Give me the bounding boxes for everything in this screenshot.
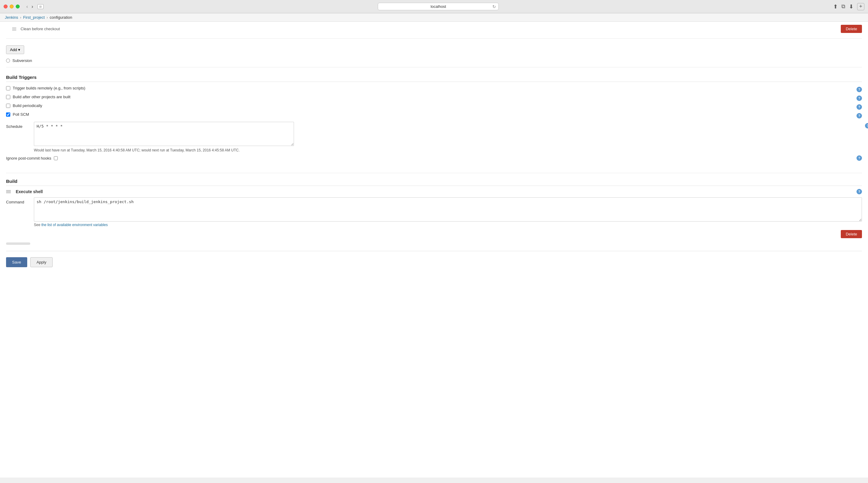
schedule-hint: Would last have run at Tuesday, March 15… — [34, 148, 862, 152]
subversion-radio[interactable] — [6, 59, 10, 63]
trigger-poll-label: Poll SCM — [13, 112, 29, 117]
command-textarea[interactable] — [34, 197, 862, 222]
trigger-row-periodic: Build periodically ? — [6, 102, 862, 111]
url-text: localhost — [431, 4, 446, 9]
help-icon-ignore[interactable]: ? — [857, 155, 862, 161]
breadcrumb-jenkins[interactable]: Jenkins — [5, 15, 18, 20]
divider-2 — [6, 67, 862, 67]
build-section: Build Execute shell ? Command See the li… — [6, 175, 862, 241]
help-icon-shell[interactable]: ? — [857, 189, 862, 194]
schedule-label: Schedule — [6, 122, 30, 129]
toolbar-right: ⬆ ⧉ ⬇ + — [833, 3, 864, 10]
main-content: Clean before checkout Delete Add ▾ Subve… — [0, 22, 868, 478]
build-triggers-title: Build Triggers — [6, 75, 862, 82]
nav-arrows: ‹ › — [25, 3, 34, 10]
close-button[interactable] — [4, 4, 7, 8]
trigger-poll-item: Poll SCM — [6, 112, 29, 117]
breadcrumb: Jenkins › First_project › configuration — [0, 13, 868, 22]
build-title: Build — [6, 179, 862, 186]
trigger-row-poll: Poll SCM ? — [6, 111, 862, 120]
tab-icon[interactable]: ⊟ — [37, 4, 43, 9]
save-button[interactable]: Save — [6, 257, 27, 267]
breadcrumb-current: configuration — [50, 15, 72, 20]
trigger-row-remote: Trigger builds remotely (e.g., from scri… — [6, 85, 862, 94]
trigger-periodic-label: Build periodically — [13, 103, 42, 108]
build-triggers-section: Build Triggers Trigger builds remotely (… — [6, 70, 862, 170]
schedule-row: Schedule ? — [6, 122, 862, 147]
breadcrumb-project[interactable]: First_project — [23, 15, 45, 20]
window-chrome: ‹ › ⊟ localhost ↻ ⬆ ⧉ ⬇ + — [0, 0, 868, 13]
schedule-textarea[interactable] — [34, 122, 294, 146]
trigger-remote-label: Trigger builds remotely (e.g., from scri… — [13, 86, 85, 90]
new-tab-button[interactable]: + — [857, 3, 864, 10]
divider-1 — [6, 38, 862, 39]
apply-button[interactable]: Apply — [30, 257, 53, 267]
breadcrumb-sep-2: › — [46, 15, 48, 20]
action-buttons: Save Apply — [6, 251, 862, 267]
trigger-periodic-checkbox[interactable] — [6, 104, 10, 108]
add-label: Add — [10, 47, 17, 52]
divider-3 — [6, 173, 862, 173]
env-hint-text: See — [34, 223, 41, 227]
trigger-after-label: Build after other projects are built — [13, 95, 70, 99]
trigger-remote-item: Trigger builds remotely (e.g., from scri… — [6, 86, 85, 90]
horizontal-scrollbar[interactable] — [6, 243, 30, 245]
add-dropdown-icon: ▾ — [18, 47, 20, 52]
drag-handle-shell[interactable] — [6, 190, 11, 193]
trigger-poll-checkbox[interactable] — [6, 112, 10, 117]
back-button[interactable]: ‹ — [25, 3, 29, 10]
traffic-lights — [4, 4, 20, 8]
trigger-row-after: Build after other projects are built ? — [6, 94, 862, 102]
bottom-delete-row: Delete — [6, 230, 862, 238]
minimize-button[interactable] — [10, 4, 13, 8]
command-row: Command — [6, 197, 862, 222]
subversion-label: Subversion — [12, 58, 32, 63]
address-bar-wrapper: localhost ↻ — [46, 3, 830, 10]
trigger-remote-checkbox[interactable] — [6, 86, 10, 90]
download-button[interactable]: ⬇ — [849, 3, 854, 10]
drag-handle-clean[interactable] — [12, 28, 16, 31]
maximize-button[interactable] — [16, 4, 20, 8]
subversion-row: Subversion — [6, 58, 862, 63]
reload-icon[interactable]: ↻ — [492, 4, 496, 9]
help-icon-remote[interactable]: ? — [857, 87, 862, 92]
command-label: Command — [6, 197, 30, 204]
help-icon-schedule[interactable]: ? — [865, 123, 868, 128]
address-bar[interactable]: localhost ↻ — [378, 3, 499, 10]
clean-before-label: Clean before checkout — [21, 27, 60, 31]
add-button[interactable]: Add ▾ — [6, 45, 24, 54]
help-icon-poll[interactable]: ? — [857, 113, 862, 119]
ignore-post-commit-row: Ignore post-commit hooks ? — [6, 155, 862, 161]
execute-shell-title: Execute shell — [16, 189, 43, 194]
share-button[interactable]: ⬆ — [833, 3, 838, 10]
execute-shell-header: Execute shell ? — [6, 189, 862, 194]
trigger-after-checkbox[interactable] — [6, 95, 10, 99]
forward-button[interactable]: › — [30, 3, 34, 10]
env-hint: See the list of available environment va… — [34, 223, 862, 227]
ignore-post-commit-checkbox[interactable] — [54, 156, 58, 160]
top-section: Clean before checkout Delete — [6, 22, 862, 36]
trigger-after-item: Build after other projects are built — [6, 95, 70, 99]
help-icon-after[interactable]: ? — [857, 96, 862, 101]
help-icon-periodic[interactable]: ? — [857, 104, 862, 110]
clean-before-checkout: Clean before checkout — [6, 24, 60, 34]
env-vars-link[interactable]: the list of available environment variab… — [41, 223, 108, 227]
breadcrumb-sep-1: › — [20, 15, 21, 20]
add-row: Add ▾ — [6, 41, 862, 58]
bottom-delete-button[interactable]: Delete — [841, 230, 862, 238]
tabs-button[interactable]: ⧉ — [841, 3, 845, 10]
top-delete-button[interactable]: Delete — [841, 25, 862, 33]
ignore-post-commit-label: Ignore post-commit hooks — [6, 156, 52, 161]
trigger-periodic-item: Build periodically — [6, 103, 42, 108]
